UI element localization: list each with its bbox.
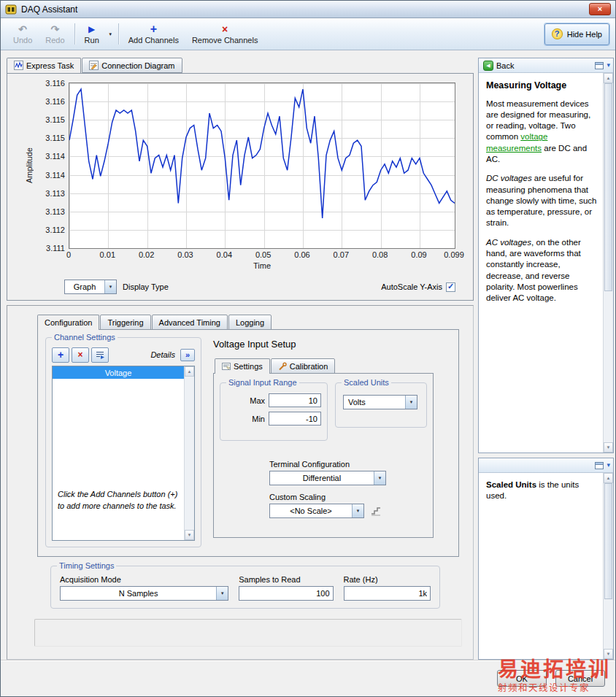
waveform-plot-svg (69, 83, 455, 248)
ok-button[interactable]: OK (497, 670, 547, 687)
display-type-combo[interactable]: Graph ▼ (64, 280, 117, 294)
combo-arrow-icon[interactable]: ▼ (216, 587, 228, 600)
y-tick-label: 3.112 (45, 226, 65, 234)
scrollbar-thumb[interactable] (604, 83, 612, 291)
caret-down-icon: ▼ (108, 32, 112, 36)
custom-scaling-value: <No Scale> (270, 507, 352, 515)
add-channels-icon: + (150, 23, 157, 35)
acquisition-mode-value: N Samples (61, 589, 216, 598)
undo-button[interactable]: ↶ Undo (7, 20, 39, 48)
run-button[interactable]: ▶ Run (78, 20, 106, 48)
redo-button[interactable]: ↷ Redo (39, 20, 71, 48)
acquisition-mode-combo[interactable]: N Samples ▼ (60, 586, 228, 601)
scroll-down-button[interactable]: ▼ (604, 649, 613, 659)
redo-label: Redo (45, 36, 64, 45)
settings-tab-body: Signal Input Range Max Min (213, 373, 434, 538)
config-tab-triggering[interactable]: Triggering (100, 315, 150, 330)
scrollbar-thumb[interactable] (604, 483, 612, 599)
remove-channels-label: Remove Channels (192, 36, 258, 45)
hide-help-button[interactable]: ? Hide Help (544, 23, 609, 45)
check-icon: ✓ (447, 282, 454, 290)
scaled-units-combo[interactable]: Volts ▼ (343, 395, 417, 409)
add-channel-button[interactable]: + (52, 347, 69, 363)
scroll-down-button[interactable]: ▼ (604, 442, 613, 453)
scroll-up-button[interactable]: ▲ (604, 473, 613, 483)
scroll-down-icon: ▼ (188, 533, 192, 537)
autoscale-label: AutoScale Y-Axis (381, 282, 442, 291)
run-icon: ▶ (88, 23, 95, 35)
expand-details-button[interactable]: » (180, 349, 195, 361)
delete-channel-button[interactable]: × (72, 347, 89, 363)
help-content: Measuring Voltage Most measurement devic… (479, 73, 603, 453)
float-window-icon[interactable] (595, 461, 604, 469)
context-help-scrollbar[interactable]: ▲ ▼ (603, 473, 613, 659)
toolbar-separator (74, 23, 75, 45)
combo-arrow-icon[interactable]: ▼ (104, 280, 116, 293)
graph-panel: Amplitude 3.1163.1163.1153.1153.1143.114… (7, 73, 474, 301)
min-input[interactable] (269, 412, 321, 425)
help-paragraph: AC voltages, on the other hand, are wave… (486, 237, 598, 304)
tab-calibration[interactable]: Calibration (271, 358, 336, 374)
tab-connection-diagram[interactable]: Connection Diagram (82, 58, 182, 73)
express-task-icon (14, 61, 23, 70)
samples-to-read-input[interactable] (239, 586, 333, 601)
hide-help-label: Hide Help (567, 30, 602, 39)
scrollbar-track[interactable] (185, 377, 194, 530)
combo-arrow-icon[interactable]: ▼ (405, 396, 417, 409)
help-paragraph: DC voltages are useful for measuring phe… (486, 173, 598, 228)
collapse-chevron-icon[interactable]: ▾ (607, 462, 610, 469)
scroll-up-icon: ▲ (188, 369, 192, 374)
scroll-up-icon: ▲ (607, 476, 611, 480)
titlebar[interactable]: DAQ Assistant × (1, 1, 615, 18)
terminal-configuration-combo[interactable]: Differential ▼ (269, 471, 386, 485)
custom-scaling-combo[interactable]: <No Scale> ▼ (269, 504, 364, 518)
config-tab-logging[interactable]: Logging (228, 315, 272, 330)
cancel-button[interactable]: Cancel (555, 670, 605, 687)
channel-item-voltage[interactable]: Voltage (53, 366, 184, 379)
time-axis-label: Time (69, 261, 455, 270)
rate-input[interactable] (344, 586, 431, 601)
bottom-bar: OK Cancel (1, 660, 615, 696)
collapse-chevron-icon[interactable]: ▾ (607, 62, 610, 69)
help-sidebar: ◀ Back ▾ Measuring Voltage Most measurem… (477, 50, 615, 660)
help-title: Measuring Voltage (486, 80, 598, 92)
channel-list[interactable]: Voltage Click the Add Channels button (+… (52, 366, 195, 541)
scroll-down-button[interactable]: ▼ (185, 530, 194, 540)
scrollbar-track[interactable] (604, 83, 613, 442)
config-tab-advanced-timing[interactable]: Advanced Timing (152, 315, 228, 330)
float-window-icon[interactable] (595, 61, 604, 69)
max-input[interactable] (269, 393, 321, 407)
add-channels-button[interactable]: + Add Channels (122, 20, 185, 48)
combo-arrow-icon[interactable]: ▼ (352, 504, 363, 517)
terminal-configuration-value: Differential (270, 474, 374, 482)
x-tick-label: 0 (66, 250, 71, 259)
config-tab-body: Channel Settings + × Details » (37, 329, 459, 557)
tab-settings[interactable]: Settings (215, 358, 270, 374)
autoscale-checkbox[interactable]: ✓ (446, 282, 455, 292)
undo-label: Undo (13, 36, 32, 45)
help-panel-main: ◀ Back ▾ Measuring Voltage Most measurem… (478, 58, 614, 453)
signal-input-range-title: Signal Input Range (226, 378, 299, 387)
x-tick-label: 0.06 (294, 250, 309, 259)
back-button[interactable]: ◀ Back (482, 60, 518, 72)
waveform-plot (69, 82, 455, 249)
combo-arrow-icon[interactable]: ▼ (374, 471, 385, 485)
channel-views-button[interactable] (91, 347, 109, 363)
tab-express-task[interactable]: Express Task (7, 58, 81, 73)
timing-settings-title: Timing Settings (57, 561, 116, 570)
y-tick-label: 3.115 (45, 134, 65, 142)
run-dropdown-button[interactable]: ▼ (106, 20, 115, 48)
details-label: Details (150, 350, 175, 359)
remove-channels-button[interactable]: × Remove Channels (185, 20, 265, 48)
config-tab-configuration[interactable]: Configuration (37, 315, 99, 330)
new-custom-scale-button[interactable] (369, 504, 383, 518)
scroll-up-button[interactable]: ▲ (185, 366, 194, 377)
scrollbar-track[interactable] (604, 483, 613, 649)
scroll-up-button[interactable]: ▲ (604, 73, 613, 83)
channel-list-scrollbar[interactable]: ▲ ▼ (184, 366, 194, 540)
waveform-line (69, 89, 455, 218)
help-scrollbar[interactable]: ▲ ▼ (603, 73, 613, 453)
delete-icon: × (77, 350, 82, 359)
express-task-label: Express Task (26, 61, 74, 70)
close-button[interactable]: × (589, 3, 611, 15)
